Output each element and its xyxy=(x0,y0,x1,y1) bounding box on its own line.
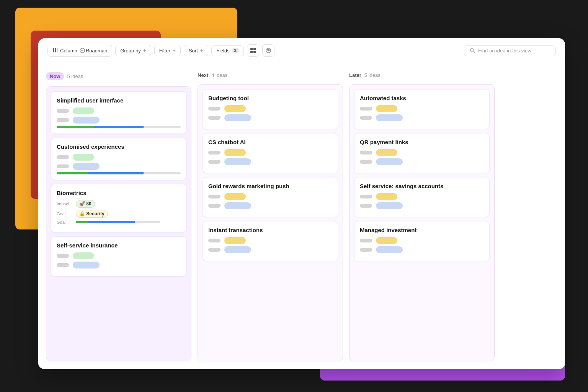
card-row-1 xyxy=(360,202,484,209)
search-placeholder: Find an idea in this view xyxy=(478,48,531,54)
fields-label: Fields xyxy=(216,48,230,54)
fields-button[interactable]: Fields 3 xyxy=(211,45,244,56)
card-title: Simplified user interface xyxy=(57,97,181,104)
progress-light xyxy=(135,221,160,223)
ai-icon-button[interactable] xyxy=(262,44,274,57)
card-title: CS chatbot AI xyxy=(208,139,332,145)
card-pill-gray xyxy=(57,109,69,113)
card-row-1 xyxy=(208,246,332,253)
column-container-later: Automated tasksQR payment linksSelf serv… xyxy=(349,84,495,361)
card-title: Instant transactions xyxy=(208,227,332,233)
svg-rect-7 xyxy=(253,51,256,53)
sort-plus: + xyxy=(200,47,203,54)
group-by-button[interactable]: Group by + xyxy=(115,45,151,56)
svg-rect-5 xyxy=(253,48,256,50)
column-container-next: Budgeting toolCS chatbot AIGold rewards … xyxy=(198,84,343,361)
card-pill-blue xyxy=(224,246,251,253)
card-next-1[interactable]: CS chatbot AI xyxy=(203,133,338,173)
filter-label: Filter xyxy=(159,48,170,54)
card-row-1 xyxy=(57,163,181,170)
card-pill-green xyxy=(73,252,94,259)
biometrics-goal-row: Goal🔒 Security xyxy=(57,210,181,218)
progress-blue xyxy=(88,221,135,223)
column-later: Later5 ideasAutomated tasksQR payment li… xyxy=(349,71,495,361)
card-later-1[interactable]: QR payment links xyxy=(354,133,490,173)
column-button[interactable]: Column Roadmap xyxy=(47,45,112,57)
progress-bar-wrap xyxy=(76,221,181,223)
search-box[interactable]: Find an idea in this view xyxy=(464,45,556,56)
card-later-0[interactable]: Automated tasks xyxy=(354,89,490,129)
card-row-0 xyxy=(57,107,181,114)
card-pill-gray xyxy=(208,239,220,242)
card-row-0 xyxy=(360,193,484,200)
column-count-next: 4 ideas xyxy=(211,72,227,78)
progress-blue xyxy=(94,126,144,128)
column-container-now: Simplified user interfaceCustomised expe… xyxy=(46,86,191,361)
card-later-3[interactable]: Managed investment xyxy=(354,221,490,261)
card-pill-green xyxy=(73,107,94,114)
card-pill-yellow xyxy=(224,105,246,112)
card-row-0 xyxy=(57,252,181,259)
svg-rect-0 xyxy=(53,48,54,52)
card-row-0 xyxy=(208,237,332,244)
svg-point-9 xyxy=(268,50,269,51)
column-next: Next4 ideasBudgeting toolCS chatbot AIGo… xyxy=(198,71,343,361)
card-now-2[interactable]: BiometricsImpact🚀 80Goal🔒 SecurityGoal xyxy=(51,184,186,233)
column-header-later: Later5 ideas xyxy=(349,71,495,80)
card-row-1 xyxy=(360,246,484,253)
biometrics-goal2-row: Goal xyxy=(57,220,181,224)
security-badge: 🔒 Security xyxy=(76,210,108,218)
card-pill-yellow xyxy=(224,193,246,200)
card-pill-gray xyxy=(57,118,69,122)
card-title: Automated tasks xyxy=(360,95,484,101)
card-next-0[interactable]: Budgeting tool xyxy=(203,89,338,129)
card-pill-yellow xyxy=(376,193,397,200)
sort-label: Sort xyxy=(189,48,198,54)
card-pill-yellow xyxy=(376,237,397,244)
progress-green xyxy=(57,172,88,174)
progress-track xyxy=(57,172,181,174)
card-pill-blue xyxy=(376,114,403,121)
progress-row xyxy=(57,126,181,128)
card-title: QR payment links xyxy=(360,139,484,145)
card-pill-gray xyxy=(57,254,69,258)
progress-light xyxy=(144,126,181,128)
progress-track xyxy=(57,126,181,128)
card-title: Biometrics xyxy=(57,190,181,196)
card-pill-yellow xyxy=(376,105,397,112)
card-now-3[interactable]: Self-service insurance xyxy=(51,236,186,277)
card-row-0 xyxy=(360,105,484,112)
column-label-next: Next xyxy=(198,72,208,78)
card-next-3[interactable]: Instant transactions xyxy=(203,221,338,261)
card-next-2[interactable]: Gold rewards marketing push xyxy=(203,177,338,217)
card-pill-yellow xyxy=(376,149,397,156)
card-pill-yellow xyxy=(224,237,246,244)
card-later-2[interactable]: Self service: savings accounts xyxy=(354,177,490,217)
column-label-now: Now xyxy=(46,72,64,80)
impact-label: Impact xyxy=(57,202,72,206)
filter-button[interactable]: Filter + xyxy=(154,45,181,56)
card-row-1 xyxy=(57,262,181,268)
card-pill-gray xyxy=(208,107,220,111)
sort-button[interactable]: Sort + xyxy=(184,45,208,56)
fields-badge: 3 xyxy=(232,48,239,53)
svg-line-11 xyxy=(474,52,475,53)
column-label: Column xyxy=(60,48,77,54)
board: Now5 ideasSimplified user interfaceCusto… xyxy=(38,63,565,369)
card-pill-gray xyxy=(360,160,372,164)
card-pill-gray xyxy=(57,155,69,159)
card-pill-blue xyxy=(73,163,100,170)
card-pill-blue xyxy=(376,202,403,209)
svg-rect-1 xyxy=(55,48,56,52)
progress-track xyxy=(76,221,160,223)
card-row-1 xyxy=(360,114,484,121)
card-row-0 xyxy=(208,193,332,200)
roadmap-label-wrap: Roadmap xyxy=(80,48,107,54)
card-now-1[interactable]: Customised experiences xyxy=(51,138,186,180)
layout-icon-button[interactable] xyxy=(247,44,259,57)
card-pill-gray xyxy=(360,204,372,208)
card-now-0[interactable]: Simplified user interface xyxy=(51,91,186,134)
column-icon xyxy=(52,47,58,54)
card-row-0 xyxy=(360,149,484,156)
group-by-plus: + xyxy=(143,47,146,54)
